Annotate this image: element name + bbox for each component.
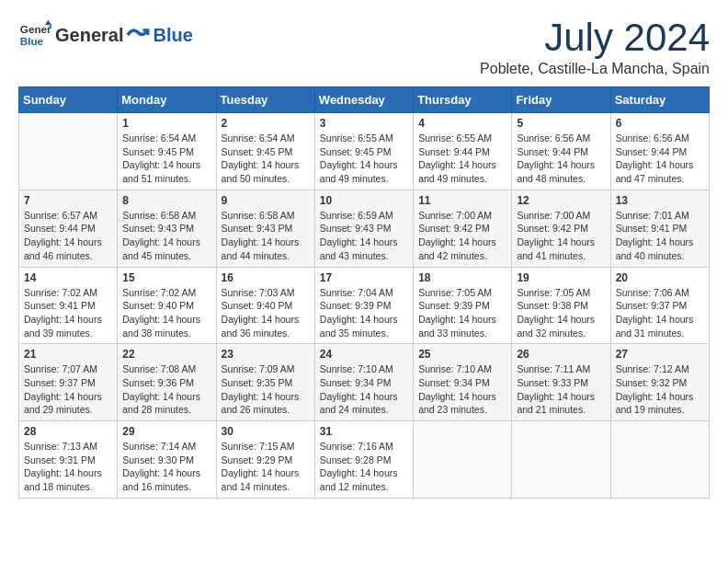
- calendar-cell: 29Sunrise: 7:14 AM Sunset: 9:30 PM Dayli…: [118, 421, 216, 499]
- day-number: 10: [320, 194, 408, 207]
- calendar-cell: 26Sunrise: 7:11 AM Sunset: 9:33 PM Dayli…: [512, 344, 610, 421]
- calendar-cell: 22Sunrise: 7:08 AM Sunset: 9:36 PM Dayli…: [118, 344, 216, 421]
- logo-icon: General Blue: [18, 18, 51, 52]
- day-number: 31: [320, 425, 408, 438]
- weekday-header-sunday: Sunday: [19, 87, 118, 113]
- logo-general: General: [55, 25, 123, 46]
- logo-bird-icon: [125, 25, 151, 45]
- calendar-cell: 6Sunrise: 6:56 AM Sunset: 9:44 PM Daylig…: [610, 113, 709, 190]
- calendar-cell: 17Sunrise: 7:04 AM Sunset: 9:39 PM Dayli…: [314, 267, 413, 344]
- day-number: 12: [517, 194, 605, 207]
- calendar-cell: [414, 421, 512, 499]
- day-number: 28: [24, 425, 112, 438]
- day-info: Sunrise: 7:02 AM Sunset: 9:40 PM Dayligh…: [122, 286, 210, 340]
- day-info: Sunrise: 6:55 AM Sunset: 9:44 PM Dayligh…: [418, 132, 506, 186]
- calendar-cell: 31Sunrise: 7:16 AM Sunset: 9:28 PM Dayli…: [314, 421, 413, 499]
- day-info: Sunrise: 6:58 AM Sunset: 9:43 PM Dayligh…: [122, 209, 210, 263]
- day-number: 19: [517, 271, 605, 284]
- month-title: July 2024: [480, 18, 710, 57]
- day-info: Sunrise: 7:00 AM Sunset: 9:42 PM Dayligh…: [517, 209, 605, 263]
- calendar-cell: 14Sunrise: 7:02 AM Sunset: 9:41 PM Dayli…: [19, 267, 118, 344]
- day-number: 25: [418, 348, 506, 361]
- day-number: 30: [222, 425, 310, 438]
- day-number: 2: [222, 117, 310, 130]
- day-info: Sunrise: 6:54 AM Sunset: 9:45 PM Dayligh…: [122, 132, 210, 186]
- day-info: Sunrise: 7:13 AM Sunset: 9:31 PM Dayligh…: [24, 440, 112, 494]
- title-area: July 2024 Poblete, Castille-La Mancha, S…: [480, 18, 710, 77]
- svg-text:Blue: Blue: [20, 35, 44, 47]
- calendar-cell: 13Sunrise: 7:01 AM Sunset: 9:41 PM Dayli…: [610, 190, 709, 267]
- calendar-cell: 3Sunrise: 6:55 AM Sunset: 9:45 PM Daylig…: [314, 113, 413, 190]
- calendar-week-row: 7Sunrise: 6:57 AM Sunset: 9:44 PM Daylig…: [19, 190, 710, 267]
- calendar-table: SundayMondayTuesdayWednesdayThursdayFrid…: [18, 86, 710, 499]
- calendar-cell: 2Sunrise: 6:54 AM Sunset: 9:45 PM Daylig…: [216, 113, 314, 190]
- weekday-header-wednesday: Wednesday: [314, 87, 413, 113]
- day-info: Sunrise: 6:56 AM Sunset: 9:44 PM Dayligh…: [616, 132, 704, 186]
- day-number: 9: [222, 194, 310, 207]
- calendar-cell: 24Sunrise: 7:10 AM Sunset: 9:34 PM Dayli…: [314, 344, 413, 421]
- day-number: 18: [418, 271, 506, 284]
- weekday-header-monday: Monday: [118, 87, 216, 113]
- day-number: 15: [122, 271, 210, 284]
- calendar-cell: 7Sunrise: 6:57 AM Sunset: 9:44 PM Daylig…: [19, 190, 118, 267]
- calendar-cell: 21Sunrise: 7:07 AM Sunset: 9:37 PM Dayli…: [19, 344, 118, 421]
- day-number: 13: [616, 194, 704, 207]
- calendar-cell: 10Sunrise: 6:59 AM Sunset: 9:43 PM Dayli…: [314, 190, 413, 267]
- day-info: Sunrise: 7:01 AM Sunset: 9:41 PM Dayligh…: [616, 209, 704, 263]
- weekday-header-row: SundayMondayTuesdayWednesdayThursdayFrid…: [19, 87, 710, 113]
- day-info: Sunrise: 7:08 AM Sunset: 9:36 PM Dayligh…: [122, 362, 210, 417]
- day-number: 11: [418, 194, 506, 207]
- calendar-cell: 27Sunrise: 7:12 AM Sunset: 9:32 PM Dayli…: [610, 344, 709, 421]
- day-info: Sunrise: 6:57 AM Sunset: 9:44 PM Dayligh…: [24, 209, 112, 263]
- weekday-header-thursday: Thursday: [414, 87, 512, 113]
- calendar-cell: 25Sunrise: 7:10 AM Sunset: 9:34 PM Dayli…: [414, 344, 512, 421]
- day-info: Sunrise: 6:59 AM Sunset: 9:43 PM Dayligh…: [320, 209, 408, 263]
- day-number: 29: [122, 425, 210, 438]
- day-number: 14: [24, 271, 112, 284]
- logo-blue: Blue: [153, 25, 192, 46]
- calendar-cell: 19Sunrise: 7:05 AM Sunset: 9:38 PM Dayli…: [512, 267, 610, 344]
- calendar-cell: 8Sunrise: 6:58 AM Sunset: 9:43 PM Daylig…: [118, 190, 216, 267]
- calendar-week-row: 14Sunrise: 7:02 AM Sunset: 9:41 PM Dayli…: [19, 267, 710, 344]
- location-title: Poblete, Castille-La Mancha, Spain: [480, 61, 710, 77]
- calendar-cell: 23Sunrise: 7:09 AM Sunset: 9:35 PM Dayli…: [216, 344, 314, 421]
- day-info: Sunrise: 6:58 AM Sunset: 9:43 PM Dayligh…: [222, 209, 310, 263]
- day-info: Sunrise: 7:02 AM Sunset: 9:41 PM Dayligh…: [24, 286, 112, 340]
- day-number: 1: [122, 117, 210, 130]
- day-number: 7: [24, 194, 112, 207]
- calendar-cell: 16Sunrise: 7:03 AM Sunset: 9:40 PM Dayli…: [216, 267, 314, 344]
- calendar-cell: 11Sunrise: 7:00 AM Sunset: 9:42 PM Dayli…: [414, 190, 512, 267]
- day-number: 17: [320, 271, 408, 284]
- calendar-cell: 1Sunrise: 6:54 AM Sunset: 9:45 PM Daylig…: [118, 113, 216, 190]
- weekday-header-tuesday: Tuesday: [216, 87, 314, 113]
- calendar-week-row: 21Sunrise: 7:07 AM Sunset: 9:37 PM Dayli…: [19, 344, 710, 421]
- day-info: Sunrise: 7:16 AM Sunset: 9:28 PM Dayligh…: [320, 440, 408, 494]
- calendar-cell: 15Sunrise: 7:02 AM Sunset: 9:40 PM Dayli…: [118, 267, 216, 344]
- calendar-cell: 12Sunrise: 7:00 AM Sunset: 9:42 PM Dayli…: [512, 190, 610, 267]
- day-number: 6: [616, 117, 704, 130]
- day-number: 27: [616, 348, 704, 361]
- day-info: Sunrise: 7:10 AM Sunset: 9:34 PM Dayligh…: [418, 362, 506, 417]
- day-info: Sunrise: 7:05 AM Sunset: 9:39 PM Dayligh…: [418, 286, 506, 340]
- day-info: Sunrise: 7:09 AM Sunset: 9:35 PM Dayligh…: [222, 362, 310, 417]
- day-info: Sunrise: 6:56 AM Sunset: 9:44 PM Dayligh…: [517, 132, 605, 186]
- weekday-header-friday: Friday: [512, 87, 610, 113]
- calendar-cell: 18Sunrise: 7:05 AM Sunset: 9:39 PM Dayli…: [414, 267, 512, 344]
- day-info: Sunrise: 7:12 AM Sunset: 9:32 PM Dayligh…: [616, 362, 704, 417]
- day-number: 4: [418, 117, 506, 130]
- calendar-cell: 28Sunrise: 7:13 AM Sunset: 9:31 PM Dayli…: [19, 421, 118, 499]
- day-number: 22: [122, 348, 210, 361]
- day-info: Sunrise: 6:54 AM Sunset: 9:45 PM Dayligh…: [222, 132, 310, 186]
- day-info: Sunrise: 7:03 AM Sunset: 9:40 PM Dayligh…: [222, 286, 310, 340]
- day-info: Sunrise: 7:04 AM Sunset: 9:39 PM Dayligh…: [320, 286, 408, 340]
- calendar-cell: 20Sunrise: 7:06 AM Sunset: 9:37 PM Dayli…: [610, 267, 709, 344]
- weekday-header-saturday: Saturday: [610, 87, 709, 113]
- calendar-cell: 4Sunrise: 6:55 AM Sunset: 9:44 PM Daylig…: [414, 113, 512, 190]
- day-info: Sunrise: 7:06 AM Sunset: 9:37 PM Dayligh…: [616, 286, 704, 340]
- day-number: 5: [517, 117, 605, 130]
- day-info: Sunrise: 7:00 AM Sunset: 9:42 PM Dayligh…: [418, 209, 506, 263]
- calendar-cell: [512, 421, 610, 499]
- day-info: Sunrise: 7:11 AM Sunset: 9:33 PM Dayligh…: [517, 362, 605, 417]
- header: General Blue General Blue July 2024 Pobl…: [18, 18, 710, 77]
- calendar-week-row: 28Sunrise: 7:13 AM Sunset: 9:31 PM Dayli…: [19, 421, 710, 499]
